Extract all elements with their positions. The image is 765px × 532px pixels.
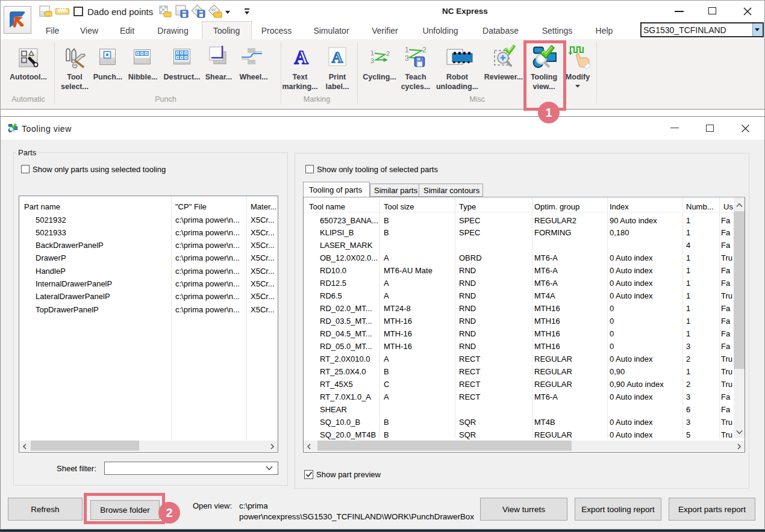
- svg-text:A: A: [294, 48, 308, 66]
- svg-text:A: A: [332, 49, 343, 66]
- svg-text:3: 3: [405, 54, 409, 63]
- svg-text:2: 2: [386, 50, 390, 57]
- svg-text:1: 1: [370, 49, 374, 57]
- svg-text:dxf: dxf: [211, 8, 216, 11]
- svg-text:2: 2: [422, 46, 426, 54]
- svg-text:1: 1: [405, 46, 409, 54]
- svg-text:3: 3: [370, 57, 374, 64]
